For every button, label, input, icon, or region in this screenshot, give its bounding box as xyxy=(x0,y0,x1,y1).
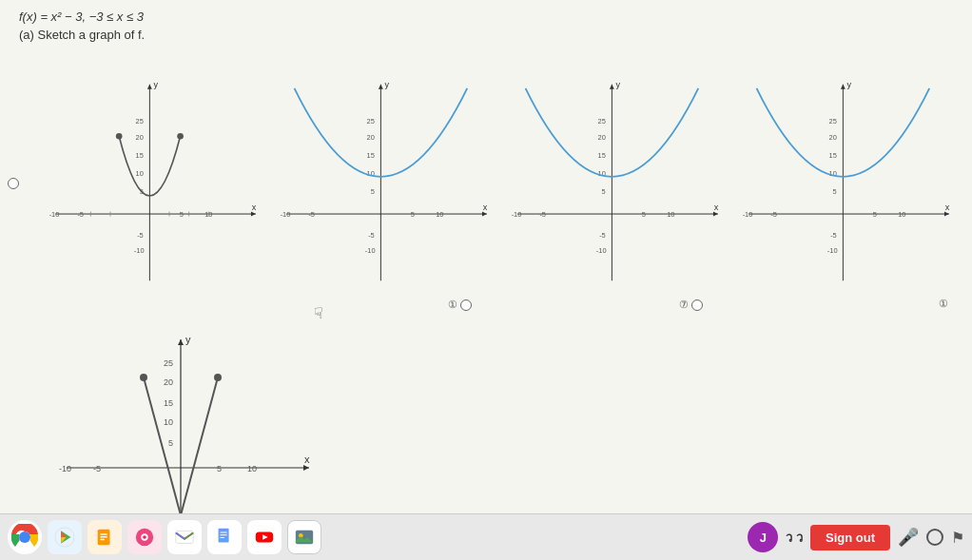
svg-text:-10: -10 xyxy=(59,464,71,473)
svg-marker-77 xyxy=(303,465,309,471)
svg-text:10: 10 xyxy=(136,169,144,178)
svg-text:5: 5 xyxy=(371,187,375,196)
svg-text:10: 10 xyxy=(436,210,443,219)
svg-text:-10: -10 xyxy=(134,246,145,255)
svg-marker-61 xyxy=(841,85,846,89)
svg-text:-10: -10 xyxy=(596,246,607,255)
svg-text:20: 20 xyxy=(367,133,375,142)
svg-text:5: 5 xyxy=(642,210,646,219)
svg-text:15: 15 xyxy=(164,398,173,408)
svg-text:10: 10 xyxy=(667,210,674,219)
svg-text:x: x xyxy=(945,203,950,212)
graphs-row: x y -10 -5 5 10 25 20 15 10 5 -5 -10 xyxy=(19,49,953,316)
graph-3: x y -10 -5 5 10 25 20 15 10 5 -5 -10 ⑦ xyxy=(510,49,722,316)
graph-2: x y -10 -5 5 10 25 20 15 10 5 -5 -10 ① xyxy=(279,49,491,316)
svg-point-94 xyxy=(20,532,29,542)
svg-text:25: 25 xyxy=(367,117,375,126)
svg-rect-97 xyxy=(100,533,107,534)
mic-icon[interactable]: 🎤 xyxy=(898,527,919,548)
radio-option-3[interactable]: ⑦ xyxy=(679,299,703,311)
left-radio-option[interactable] xyxy=(8,176,19,193)
svg-point-91 xyxy=(214,374,222,381)
svg-marker-27 xyxy=(379,85,383,89)
svg-rect-103 xyxy=(176,531,193,544)
user-avatar[interactable]: J xyxy=(748,522,778,552)
svg-marker-44 xyxy=(610,85,614,89)
svg-marker-43 xyxy=(713,212,718,217)
graph-4: x y -10 -5 5 10 25 20 15 10 5 -5 -10 ① xyxy=(741,49,953,316)
svg-text:-5: -5 xyxy=(137,231,144,240)
gmail-icon[interactable] xyxy=(167,520,202,554)
svg-text:-10: -10 xyxy=(827,246,838,255)
svg-text:15: 15 xyxy=(136,151,144,160)
svg-text:5: 5 xyxy=(168,438,173,448)
svg-text:x: x xyxy=(304,454,310,465)
graph-1: x y -10 -5 5 10 25 20 15 10 5 -5 -10 xyxy=(48,49,260,316)
photos-icon[interactable] xyxy=(287,520,321,554)
radio-3[interactable] xyxy=(691,299,703,311)
svg-rect-107 xyxy=(220,537,224,538)
taskbar: J ว ว Sign out 🎤 ⚑ xyxy=(0,513,972,560)
radio-2[interactable] xyxy=(460,299,472,311)
svg-text:25: 25 xyxy=(598,117,606,126)
svg-text:25: 25 xyxy=(829,117,837,126)
svg-text:-5: -5 xyxy=(368,231,375,240)
svg-marker-26 xyxy=(482,212,487,217)
graph-4-svg: x y -10 -5 5 10 25 20 15 10 5 -5 -10 xyxy=(741,49,953,316)
graph-bottom-1: x y -10 -5 5 10 25 20 15 10 5 xyxy=(48,330,323,539)
graph-bottom-1-svg: x y -10 -5 5 10 25 20 15 10 5 xyxy=(48,330,323,539)
svg-rect-106 xyxy=(220,534,226,535)
svg-text:-5: -5 xyxy=(599,231,606,240)
svg-text:x: x xyxy=(483,203,488,212)
svg-point-22 xyxy=(116,133,123,140)
svg-marker-2 xyxy=(251,212,256,217)
svg-text:-5: -5 xyxy=(539,210,546,219)
svg-point-90 xyxy=(140,374,147,381)
graph-1-svg: x y -10 -5 5 10 25 20 15 10 5 -5 -10 xyxy=(48,49,260,316)
svg-text:10: 10 xyxy=(164,417,173,427)
svg-text:5: 5 xyxy=(180,210,184,219)
svg-text:20: 20 xyxy=(136,133,144,142)
svg-text:15: 15 xyxy=(598,151,606,160)
instruction: (a) Sketch a graph of f. xyxy=(19,28,953,42)
svg-text:10: 10 xyxy=(247,464,257,473)
radio-option-4[interactable]: ① xyxy=(939,294,948,311)
svg-rect-105 xyxy=(220,532,226,533)
flag-icon: ⚑ xyxy=(951,529,964,547)
svg-text:25: 25 xyxy=(136,117,144,126)
svg-text:-5: -5 xyxy=(93,464,101,473)
youtube-icon[interactable] xyxy=(247,520,282,554)
music-icon[interactable] xyxy=(127,520,162,554)
svg-text:15: 15 xyxy=(829,151,837,160)
play-store-icon[interactable] xyxy=(48,520,82,554)
sign-out-button[interactable]: Sign out xyxy=(810,525,890,550)
svg-marker-60 xyxy=(944,212,949,217)
equation-title: f(x) = x² − 3, −3 ≤ x ≤ 3 xyxy=(19,10,953,24)
radio-circle-left[interactable] xyxy=(8,178,19,189)
chrome-icon[interactable] xyxy=(8,520,42,554)
svg-text:y: y xyxy=(153,80,158,89)
svg-text:-10: -10 xyxy=(365,246,376,255)
bottom-graphs-row: ☟ x y -10 -5 5 10 25 20 15 10 5 xyxy=(19,330,953,539)
svg-text:-5: -5 xyxy=(308,210,315,219)
docs-icon[interactable] xyxy=(207,520,242,554)
svg-text:y: y xyxy=(385,80,390,89)
svg-rect-98 xyxy=(100,536,107,537)
svg-text:5: 5 xyxy=(411,210,415,219)
svg-text:20: 20 xyxy=(164,377,173,387)
svg-text:-5: -5 xyxy=(77,210,84,219)
svg-text:-10: -10 xyxy=(281,210,291,219)
svg-text:5: 5 xyxy=(873,210,877,219)
svg-text:x: x xyxy=(714,203,719,212)
svg-text:-10: -10 xyxy=(512,210,522,219)
svg-text:-10: -10 xyxy=(743,210,753,219)
cursor-icon: ☟ xyxy=(314,304,323,322)
files-icon[interactable] xyxy=(87,520,122,554)
radio-option-2[interactable]: ① xyxy=(448,299,472,311)
svg-text:-5: -5 xyxy=(830,231,837,240)
svg-text:25: 25 xyxy=(164,358,173,368)
svg-point-102 xyxy=(143,535,146,539)
taskbar-right: J ว ว Sign out 🎤 ⚑ xyxy=(748,522,964,552)
svg-point-23 xyxy=(177,133,184,140)
svg-text:20: 20 xyxy=(829,133,837,142)
